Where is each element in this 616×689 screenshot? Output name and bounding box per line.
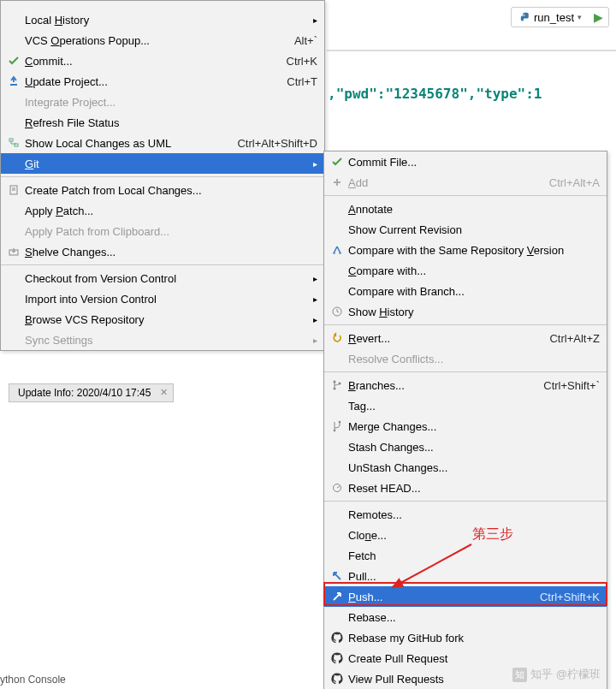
git-menu-show-current-revision[interactable]: Show Current Revision — [324, 219, 607, 240]
blank-icon — [329, 460, 345, 475]
blank-icon — [329, 351, 345, 366]
svg-point-10 — [339, 421, 341, 424]
blank-icon — [329, 201, 345, 217]
blank-icon — [329, 439, 345, 454]
git-menu-commit-file[interactable]: Commit File... — [324, 151, 607, 172]
blank-icon — [329, 507, 345, 522]
git-menu-rebase[interactable]: Rebase... — [324, 607, 607, 627]
menu-item-label: Commit... — [21, 55, 280, 68]
menu-separator — [1, 264, 324, 265]
git-menu-compare-with-the-same-repository-version[interactable]: Compare with the Same Repository Version — [324, 240, 607, 260]
shortcut-label: Ctrl+K — [287, 55, 317, 68]
blank-icon — [6, 203, 21, 218]
shortcut-label: Alt+` — [294, 34, 317, 47]
submenu-arrow-icon: ▸ — [313, 15, 317, 25]
menu-separator — [324, 501, 607, 502]
menu-item-label: VCS Operations Popup... — [21, 34, 287, 47]
watermark-site: 知乎 — [530, 667, 553, 682]
vcs-menu-vcs-operations-popup[interactable]: VCS Operations Popup...Alt+` — [1, 30, 324, 50]
menu-item-label: Add — [345, 176, 542, 189]
menu-item-label: Update Project... — [21, 75, 280, 88]
submenu-arrow-icon: ▸ — [313, 159, 317, 169]
menu-item-label: Checkout from Version Control — [21, 272, 308, 285]
shortcut-label: Ctrl+Alt+Shift+D — [237, 137, 317, 150]
git-menu-remotes[interactable]: Remotes... — [324, 504, 607, 525]
git-menu-branches[interactable]: Branches...Ctrl+Shift+` — [324, 375, 607, 395]
blank-icon — [6, 332, 21, 347]
blank-icon — [6, 291, 21, 306]
git-menu-merge-changes[interactable]: Merge Changes... — [324, 416, 607, 437]
vcs-menu-local-history[interactable]: Local History▸ — [1, 9, 324, 30]
menu-item-label: Create Pull Request — [345, 652, 600, 665]
pull-blue-icon — [329, 568, 345, 584]
svg-line-12 — [393, 544, 471, 587]
git-menu-tag[interactable]: Tag... — [324, 395, 607, 416]
blank-icon — [329, 222, 345, 237]
watermark-user: @柠檬班 — [556, 667, 601, 682]
menu-separator — [1, 176, 324, 177]
zhihu-icon: 知 — [512, 668, 527, 682]
menu-item-label: Annotate — [345, 203, 600, 216]
submenu-arrow-icon: ▸ — [313, 315, 317, 324]
git-menu-revert[interactable]: Revert...Ctrl+Alt+Z — [324, 328, 607, 348]
git-menu-reset-head[interactable]: Reset HEAD... — [324, 478, 607, 498]
shortcut-label: Ctrl+Alt+Z — [549, 332, 600, 345]
menu-item-label: Apply Patch from Clipboard... — [21, 225, 317, 238]
menu-item-label: Import into Version Control — [21, 293, 308, 306]
run-config-dropdown[interactable]: run_test ▾ — [517, 11, 585, 24]
vcs-menu-commit[interactable]: Commit...Ctrl+K — [1, 50, 324, 71]
git-menu-compare-with[interactable]: Compare with... — [324, 260, 607, 281]
vcs-menu-browse-vcs-repository[interactable]: Browse VCS Repository▸ — [1, 309, 324, 330]
plus-gray-icon — [329, 175, 345, 190]
git-menu-stash-changes[interactable]: Stash Changes... — [324, 437, 607, 457]
menu-item-label: Browse VCS Repository — [21, 313, 308, 326]
git-menu-resolve-conflicts: Resolve Conflicts... — [324, 348, 607, 369]
menu-item-label: Remotes... — [345, 508, 600, 521]
vcs-menu-import-into-version-control[interactable]: Import into Version Control▸ — [1, 288, 324, 309]
git-menu-show-history[interactable]: Show History — [324, 301, 607, 322]
watermark: 知 知乎 @柠檬班 — [512, 667, 601, 682]
menu-item-label: Compare with Branch... — [345, 285, 600, 298]
vcs-menu-git[interactable]: Git▸ — [1, 153, 324, 174]
submenu-arrow-icon: ▸ — [313, 336, 317, 345]
reset-icon — [329, 480, 345, 496]
vcs-menu-apply-patch[interactable]: Apply Patch... — [1, 200, 324, 221]
menu-item-label: Rebase my GitHub fork — [345, 632, 600, 644]
menu-item-label: Shelve Changes... — [21, 246, 317, 258]
chevron-down-icon: ▾ — [578, 13, 582, 21]
vcs-menu-refresh-file-status[interactable]: Refresh File Status — [1, 112, 324, 133]
menu-item-label: Commit File... — [345, 156, 600, 169]
git-menu-unstash-changes[interactable]: UnStash Changes... — [324, 457, 607, 478]
run-config-label: run_test — [534, 11, 574, 24]
vcs-menu-integrate-project: Integrate Project... — [1, 92, 324, 112]
git-menu-create-pull-request[interactable]: Create Pull Request — [324, 648, 607, 668]
vcs-menu-update-project[interactable]: Update Project...Ctrl+T — [1, 71, 324, 92]
blank-icon — [329, 283, 345, 299]
blank-icon — [6, 312, 21, 327]
vcs-menu-create-patch-from-local-changes[interactable]: Create Patch from Local Changes... — [1, 180, 324, 200]
close-icon[interactable]: ✕ — [160, 387, 168, 398]
clock-icon — [329, 304, 345, 319]
blank-icon — [329, 263, 345, 278]
status-tab[interactable]: Update Info: 2020/4/10 17:45 ✕ — [9, 383, 174, 402]
run-button[interactable]: ▶ — [594, 10, 603, 24]
blank-icon — [329, 398, 345, 413]
vcs-menu-checkout-from-version-control[interactable]: Checkout from Version Control▸ — [1, 268, 324, 288]
git-menu-add: AddCtrl+Alt+A — [324, 172, 607, 193]
svg-point-9 — [334, 430, 336, 432]
vcs-menu-shelve-changes[interactable]: Shelve Changes... — [1, 241, 324, 262]
vcs-menu: Local History▸VCS Operations Popup...Alt… — [0, 0, 325, 351]
git-menu-rebase-my-github-fork[interactable]: Rebase my GitHub fork — [324, 627, 607, 648]
git-menu-compare-with-branch[interactable]: Compare with Branch... — [324, 281, 607, 301]
blank-icon — [6, 156, 21, 171]
git-menu-annotate[interactable]: Annotate — [324, 199, 607, 219]
compare-icon — [329, 242, 345, 258]
check-green-icon — [329, 154, 345, 169]
menu-item-label: Rebase... — [345, 611, 600, 624]
vcs-menu-show-local-changes-as-uml[interactable]: Show Local Changes as UMLCtrl+Alt+Shift+… — [1, 133, 324, 153]
github-icon — [329, 650, 345, 666]
menu-item-label: Compare with... — [345, 264, 600, 277]
svg-point-0 — [524, 14, 524, 15]
git-submenu: Commit File...AddCtrl+Alt+AAnnotateShow … — [323, 151, 607, 689]
shortcut-label: Ctrl+T — [287, 75, 317, 88]
